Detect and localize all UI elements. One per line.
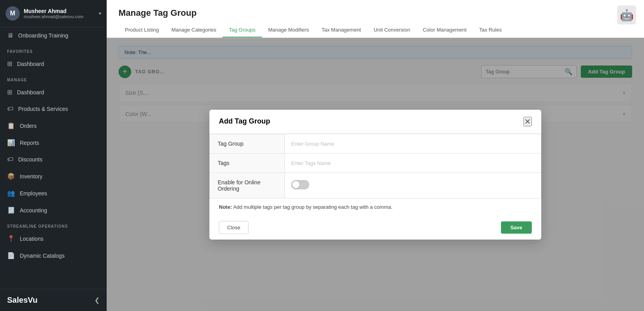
people-icon: 👥 xyxy=(7,189,15,197)
location-icon: 📍 xyxy=(7,235,15,242)
modal-note-text: Add multiple tags per tag group by separ… xyxy=(233,204,392,210)
sidebar-item-label: Orders xyxy=(20,123,37,129)
sidebar-item-onboarding[interactable]: 🖥 Onboarding Training xyxy=(0,27,107,44)
sidebar-item-dynamic-catalogs[interactable]: 📄 Dynamic Catalogs xyxy=(0,247,107,264)
sidebar-user[interactable]: M Musheer Ahmad musheer.ahmad@salesvu.co… xyxy=(0,0,107,27)
tab-tag-groups[interactable]: Tag Groups xyxy=(222,23,262,37)
tag-icon: 🏷 xyxy=(7,105,13,112)
main-content: 🤖 Manage Tag Group Product Listing Manag… xyxy=(107,0,644,311)
sidebar-item-label: Accounting xyxy=(20,207,47,214)
toggle-knob xyxy=(292,181,299,188)
close-button[interactable]: Close xyxy=(219,221,249,234)
modal-note: Note: Add multiple tags per tag group by… xyxy=(209,199,541,215)
modal-footer: Close Save xyxy=(209,215,541,240)
sidebar-item-products[interactable]: 🏷 Products & Services xyxy=(0,101,107,117)
sidebar-item-label: Dynamic Catalogs xyxy=(20,253,65,259)
sidebar-item-label: Reports xyxy=(20,140,39,146)
enable-online-row: Enable for Online Ordering xyxy=(210,172,541,198)
sidebar-section-manage: MANAGE xyxy=(0,72,107,84)
sidebar-item-label: Dashboard xyxy=(17,89,44,96)
grid-icon: ⊞ xyxy=(7,60,12,67)
sidebar-item-label: Locations xyxy=(20,236,43,242)
modal-body: Tag Group Tags Enable for xyxy=(209,134,541,215)
tab-unit-conversion[interactable]: Unit Conversion xyxy=(367,23,417,37)
tab-manage-categories[interactable]: Manage Categories xyxy=(165,23,222,37)
enable-online-label: Enable for Online Ordering xyxy=(210,172,285,198)
modal-overlay: Add Tag Group ✕ Tag Group Tags xyxy=(107,38,644,311)
modal-title: Add Tag Group xyxy=(219,117,270,126)
tabs-bar: Product Listing Manage Categories Tag Gr… xyxy=(119,23,632,37)
monitor-icon: 🖥 xyxy=(7,32,13,39)
tags-label: Tags xyxy=(210,153,285,172)
tag-group-label: Tag Group xyxy=(210,134,285,153)
box-icon: 📦 xyxy=(7,172,15,180)
sidebar-item-label: Products & Services xyxy=(18,106,68,112)
robot-avatar: 🤖 xyxy=(617,6,636,24)
chevron-down-icon: ▾ xyxy=(99,11,101,16)
tab-tax-rules[interactable]: Tax Rules xyxy=(473,23,508,37)
sidebar-item-dashboard[interactable]: ⊞ Dashboard xyxy=(0,84,107,101)
sidebar-item-label: Discounts xyxy=(18,156,42,163)
toggle-cell xyxy=(285,172,541,198)
user-info: Musheer Ahmad musheer.ahmad@salesvu.com xyxy=(24,8,95,19)
robot-icon: 🤖 xyxy=(620,9,634,22)
catalog-icon: 📄 xyxy=(7,252,15,259)
enable-online-toggle[interactable] xyxy=(291,180,309,189)
sidebar-item-discounts[interactable]: 🏷 Discounts xyxy=(0,151,107,168)
tab-product-listing[interactable]: Product Listing xyxy=(119,23,165,37)
sidebar-footer: SalesVu ❮ xyxy=(0,289,107,311)
page-header: Manage Tag Group Product Listing Manage … xyxy=(107,0,644,38)
collapse-sidebar-button[interactable]: ❮ xyxy=(94,296,100,304)
sidebar-section-favorites: FAVORITES xyxy=(0,44,107,55)
grid-icon: ⊞ xyxy=(7,88,12,96)
chart-icon: 📊 xyxy=(7,139,15,146)
tags-row: Tags xyxy=(210,153,541,172)
modal-form-table: Tag Group Tags Enable for xyxy=(209,134,541,199)
tab-color-management[interactable]: Color Management xyxy=(416,23,473,37)
sidebar-item-locations[interactable]: 📍 Locations xyxy=(0,230,107,247)
tag-group-input-cell xyxy=(285,134,541,153)
tags-input-cell xyxy=(285,153,541,172)
sidebar-item-employees[interactable]: 👥 Employees xyxy=(0,185,107,202)
sidebar-item-inventory[interactable]: 📦 Inventory xyxy=(0,168,107,185)
receipt-icon: 🧾 xyxy=(7,206,15,214)
modal-note-bold: Note: xyxy=(219,204,232,210)
save-button[interactable]: Save xyxy=(501,221,532,234)
tag-group-name-input[interactable] xyxy=(291,141,535,147)
sidebar-section-streamline: STREAMLINE OPERATIONS xyxy=(0,219,107,230)
sidebar-item-label: Dashboard xyxy=(17,61,44,67)
tab-manage-modifiers[interactable]: Manage Modifiers xyxy=(262,23,315,37)
tag-group-row: Tag Group xyxy=(210,134,541,153)
discount-icon: 🏷 xyxy=(7,156,13,163)
sidebar-item-label: Inventory xyxy=(20,173,43,180)
modal-header: Add Tag Group ✕ xyxy=(209,110,541,134)
modal-close-x-button[interactable]: ✕ xyxy=(523,117,532,126)
avatar: M xyxy=(6,6,20,21)
page-title: Manage Tag Group xyxy=(119,8,632,23)
user-name: Musheer Ahmad xyxy=(24,8,95,14)
sidebar-item-label: Employees xyxy=(20,190,47,197)
brand-logo: SalesVu xyxy=(7,296,38,305)
tab-tax-management[interactable]: Tax Management xyxy=(315,23,367,37)
sidebar-item-reports[interactable]: 📊 Reports xyxy=(0,134,107,151)
sidebar-item-accounting[interactable]: 🧾 Accounting xyxy=(0,202,107,219)
user-email: musheer.ahmad@salesvu.com xyxy=(24,14,95,19)
add-tag-group-modal: Add Tag Group ✕ Tag Group Tags xyxy=(209,110,541,240)
page-body: Note: The... + TAG GRO... 🔍 Add Tag Grou… xyxy=(107,38,644,311)
sidebar-item-orders[interactable]: 📋 Orders xyxy=(0,117,107,134)
sidebar: M Musheer Ahmad musheer.ahmad@salesvu.co… xyxy=(0,0,107,311)
sidebar-item-label: Onboarding Training xyxy=(18,32,68,39)
clipboard-icon: 📋 xyxy=(7,122,15,129)
sidebar-item-dashboard-fav[interactable]: ⊞ Dashboard xyxy=(0,55,107,72)
tags-name-input[interactable] xyxy=(291,160,535,166)
